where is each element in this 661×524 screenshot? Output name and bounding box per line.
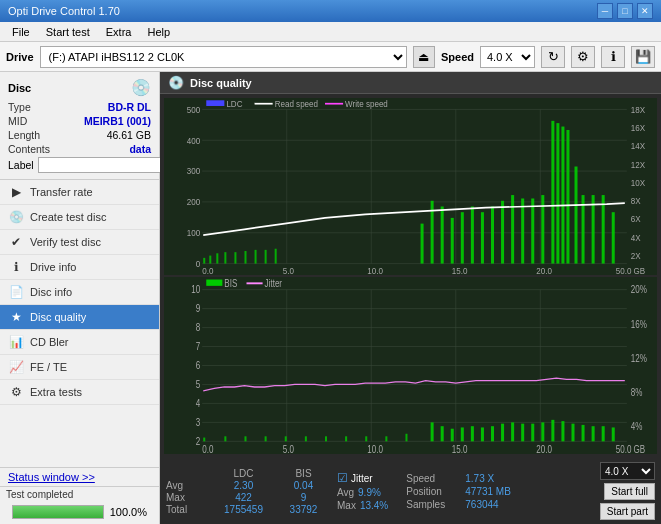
svg-rect-62 [612,212,615,263]
disc-quality-icon: ★ [8,309,24,325]
speed-stat-label: Speed [406,473,461,484]
svg-text:BIS: BIS [224,278,237,289]
svg-text:400: 400 [187,135,201,146]
svg-text:15.0: 15.0 [452,265,468,275]
svg-rect-127 [561,421,564,441]
speed-label: Speed [441,51,474,63]
mid-label: MID [8,115,27,127]
label-input[interactable] [38,157,171,173]
jitter-checkbox[interactable]: ☑ [337,471,348,485]
start-full-button[interactable]: Start full [604,483,655,500]
svg-text:LDC: LDC [226,99,242,110]
sidebar-item-label: Disc info [30,286,72,298]
svg-rect-118 [471,426,474,441]
sidebar-item-transfer-rate[interactable]: ▶ Transfer rate [0,180,159,205]
sidebar-item-create-test-disc[interactable]: 💿 Create test disc [0,205,159,230]
sidebar-item-disc-info[interactable]: 📄 Disc info [0,280,159,305]
sidebar-item-extra-tests[interactable]: ⚙ Extra tests [0,380,159,405]
svg-rect-49 [501,201,504,264]
svg-rect-103 [203,438,205,442]
disc-quality-header-icon: 💿 [168,75,184,90]
svg-text:500: 500 [187,104,201,115]
refresh-button[interactable]: ↻ [541,46,565,68]
contents-label: Contents [8,143,50,155]
disc-panel-title: Disc [8,82,31,94]
svg-text:10.0: 10.0 [367,265,383,275]
svg-rect-104 [224,436,226,441]
label-row: Label ✎ [8,157,151,173]
svg-rect-129 [582,425,585,441]
svg-text:12%: 12% [631,353,647,364]
svg-text:4%: 4% [631,421,643,432]
type-value: BD-R DL [108,101,151,113]
minimize-button[interactable]: ─ [597,3,613,19]
sidebar-item-fe-te[interactable]: 📈 FE / TE [0,355,159,380]
progress-bar [12,505,104,519]
status-window-button[interactable]: Status window >> [0,468,159,487]
speed-select[interactable]: 4.0 X [480,46,535,68]
svg-text:2: 2 [196,436,200,447]
svg-text:0.0: 0.0 [202,444,213,454]
speed-select-right[interactable]: 4.0 X [600,462,655,480]
disc-panel: Disc 💿 Type BD-R DL MID MEIRB1 (001) Len… [0,72,159,180]
disc-icon: 💿 [131,78,151,97]
disc-quality-header: 💿 Disc quality [160,72,661,94]
sidebar-item-disc-quality[interactable]: ★ Disc quality [0,305,159,330]
svg-text:10.0: 10.0 [367,444,383,454]
sidebar-item-cd-bler[interactable]: 📊 CD Bler [0,330,159,355]
ldc-col-header: LDC [221,468,266,479]
svg-rect-131 [602,426,605,441]
menu-help[interactable]: Help [139,25,178,39]
svg-text:300: 300 [187,166,201,177]
sidebar-item-label: Drive info [30,261,76,273]
settings-button[interactable]: ⚙ [571,46,595,68]
svg-rect-111 [365,436,367,441]
sidebar-item-verify-test-disc[interactable]: ✔ Verify test disc [0,230,159,255]
svg-rect-35 [224,252,226,263]
svg-text:20%: 20% [631,285,647,296]
speed-stat-val: 1.73 X [465,473,494,484]
svg-rect-125 [541,422,544,441]
start-part-button[interactable]: Start part [600,503,655,520]
maximize-button[interactable]: □ [617,3,633,19]
menubar: File Start test Extra Help [0,22,661,42]
titlebar: Opti Drive Control 1.70 ─ □ ✕ [0,0,661,22]
svg-text:2X: 2X [631,251,641,262]
verify-test-disc-icon: ✔ [8,234,24,250]
total-label: Total [166,504,201,515]
samples-label: Samples [406,499,461,510]
menu-extra[interactable]: Extra [98,25,140,39]
content-area: 💿 Disc quality [160,72,661,524]
drive-select[interactable]: (F:) ATAPI iHBS112 2 CL0K [40,46,407,68]
info-button[interactable]: ℹ [601,46,625,68]
bottom-chart: 10 9 8 7 6 5 4 3 2 20% 16% 12% 8% 4% 0 [164,277,657,454]
sidebar-item-label: Disc quality [30,311,86,323]
svg-rect-50 [511,195,514,264]
svg-rect-128 [571,424,574,442]
svg-text:0: 0 [196,259,201,270]
save-button[interactable]: 💾 [631,46,655,68]
svg-rect-46 [471,206,474,263]
close-button[interactable]: ✕ [637,3,653,19]
svg-rect-41 [421,224,424,264]
top-chart-svg: 500 400 300 200 100 0 18X 16X 14X 12X 10… [164,98,657,275]
disc-quality-title: Disc quality [190,77,252,89]
menu-file[interactable]: File [4,25,38,39]
type-label: Type [8,101,31,113]
svg-rect-38 [255,250,257,264]
sidebar-item-drive-info[interactable]: ℹ Drive info [0,255,159,280]
eject-button[interactable]: ⏏ [413,46,435,68]
jitter-label: Jitter [351,473,373,484]
avg-label: Avg [166,480,201,491]
svg-rect-133 [206,280,222,286]
length-label: Length [8,129,40,141]
top-chart: 500 400 300 200 100 0 18X 16X 14X 12X 10… [164,98,657,275]
svg-rect-114 [431,422,434,441]
menu-start-test[interactable]: Start test [38,25,98,39]
drive-info-icon: ℹ [8,259,24,275]
disc-mid-row: MID MEIRB1 (001) [8,115,151,127]
svg-rect-57 [566,130,569,264]
toolbar: Drive (F:) ATAPI iHBS112 2 CL0K ⏏ Speed … [0,42,661,72]
svg-text:6X: 6X [631,214,641,225]
svg-text:6: 6 [196,360,200,371]
